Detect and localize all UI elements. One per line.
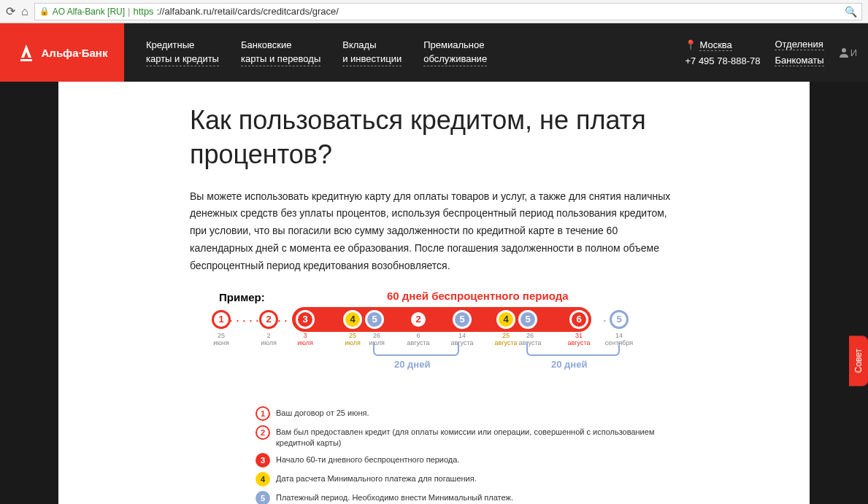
twenty-days-label: 20 дней [394, 359, 430, 370]
page-body: Альфа·Банк Кредитные карты и кредиты Бан… [0, 23, 868, 504]
twenty-days-label: 20 дней [551, 359, 587, 370]
legend-item-2: 2Вам был предоставлен кредит (для оплаты… [256, 425, 678, 449]
legend-item-1: 1Ваш договор от 25 июня. [256, 406, 678, 421]
main-content: Как пользоваться кредитом, не платя проц… [58, 82, 810, 504]
red-timeline-band [292, 307, 591, 332]
timeline-node-5c: 5 [518, 310, 537, 329]
svg-rect-0 [20, 59, 32, 61]
timeline-node-1: 1 [212, 310, 231, 329]
header-right: 📍 Москва +7 495 78-888-78 Отделения Банк… [685, 23, 868, 82]
nav-credit-cards[interactable]: Кредитные карты и кредиты [146, 39, 219, 66]
browser-toolbar: ⟳ ⌂ 🔒 AO Alfa-Bank [RU] | https ://alfab… [0, 0, 868, 23]
reload-icon[interactable]: ⟳ [6, 4, 15, 18]
nav-premium[interactable]: Премиальное обслуживание [423, 39, 487, 66]
example-label: Пример: [219, 291, 265, 303]
tls-org: AO Alfa-Bank [RU] [53, 7, 125, 17]
logo[interactable]: Альфа·Банк [0, 23, 124, 82]
timeline-node-4b: 4 [496, 310, 515, 329]
legend-item-3: 3Начало 60-ти дневного беспроцентного пе… [256, 453, 678, 468]
timeline-node-2: 2 [259, 310, 278, 329]
home-icon[interactable]: ⌂ [21, 5, 28, 18]
timeline-dots: • • • • • [230, 317, 260, 324]
page-title: Как пользоваться кредитом, не платя проц… [190, 104, 678, 172]
timeline-node-5d: 5 [610, 310, 629, 329]
diagram-legend: 1Ваш договор от 25 июня. 2Вам был предос… [256, 406, 678, 504]
timeline-node-3: 3 [296, 310, 315, 329]
site-header: Альфа·Банк Кредитные карты и кредиты Бан… [0, 23, 868, 82]
timeline-node-5b: 5 [453, 310, 472, 329]
phone-number: +7 495 78-888-78 [685, 55, 760, 66]
person-icon [839, 47, 849, 58]
date-label: 3июля [291, 332, 320, 348]
timeline-node-4: 4 [343, 310, 362, 329]
url-path: ://alfabank.ru/retail/cards/creditcards/… [157, 6, 339, 17]
legend-item-5: 5Платежный период. Необходимо внести Мин… [256, 491, 678, 504]
url-protocol: https [133, 6, 153, 17]
address-bar[interactable]: 🔒 AO Alfa-Bank [RU] | https ://alfabank.… [34, 3, 862, 20]
advice-tab[interactable]: Совет [849, 336, 868, 386]
branches-link[interactable]: Отделения [775, 39, 823, 50]
date-label: 25июня [207, 332, 236, 348]
logo-text: Альфа·Банк [42, 47, 108, 59]
intro-paragraph: Вы можете использовать кредитную карту д… [190, 188, 678, 275]
user-icon[interactable]: И [839, 47, 857, 58]
map-pin-icon: 📍 [685, 39, 696, 50]
timeline-node-6: 6 [569, 310, 588, 329]
timeline-node-5: 5 [365, 310, 384, 329]
main-nav: Кредитные карты и кредиты Банковские кар… [124, 23, 685, 82]
nav-bank-cards[interactable]: Банковские карты и переводы [241, 39, 320, 66]
legend-item-4: 4Дата расчета Минимального платежа для п… [256, 472, 678, 486]
atms-link[interactable]: Банкоматы [775, 55, 823, 66]
nav-deposits[interactable]: Вклады и инвестиции [342, 39, 402, 66]
sixty-days-label: 60 дней беспроцентного периода [387, 290, 569, 302]
city-selector[interactable]: 📍 Москва [685, 39, 760, 51]
logo-icon [17, 43, 36, 62]
svg-point-1 [842, 48, 846, 53]
lock-icon: 🔒 [39, 7, 50, 16]
timeline-node-2b: 2 [409, 310, 428, 329]
grace-period-diagram: Пример: 60 дней беспроцентного периода •… [190, 290, 678, 392]
search-in-page-icon[interactable]: 🔍 [845, 6, 857, 18]
date-label: 2июля [254, 332, 283, 348]
